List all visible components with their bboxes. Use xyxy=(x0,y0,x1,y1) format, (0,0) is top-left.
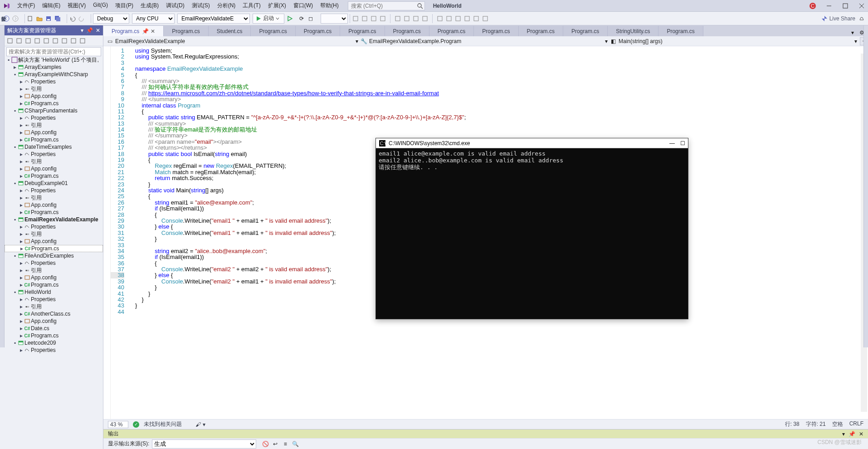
platform-select[interactable]: Any CPU xyxy=(132,14,175,24)
file-node[interactable]: ▸Properties xyxy=(5,114,103,122)
file-node[interactable]: ▸C#Program.cs xyxy=(5,172,103,180)
file-node[interactable]: ▸C#Program.cs xyxy=(5,136,103,143)
project-node[interactable]: ▪DebugExample01 xyxy=(5,180,103,187)
window-minimize-button[interactable] xyxy=(825,2,833,10)
file-node[interactable]: ▸Properties xyxy=(5,347,103,354)
console-titlebar[interactable]: C:\ C:\WINDOWS\system32\cmd.exe — ☐ xyxy=(376,138,688,148)
file-node[interactable]: ▸Properties xyxy=(5,187,103,194)
file-node[interactable]: ▸Properties xyxy=(5,223,103,230)
editor-tab[interactable]: Program.cs xyxy=(164,26,208,36)
toolbar-icon[interactable] xyxy=(352,15,359,22)
solution-search-input[interactable] xyxy=(6,47,101,56)
window-close-button[interactable] xyxy=(858,2,865,10)
menu-item[interactable]: 测试(S) xyxy=(188,2,214,10)
back-icon[interactable] xyxy=(3,15,10,22)
project-node[interactable]: ▪EmailRegexValidateExample xyxy=(5,216,103,223)
start-debug-button[interactable]: 启动 xyxy=(253,14,284,24)
start-without-debug-button[interactable] xyxy=(286,15,293,22)
pane-pin-icon[interactable]: 📌 xyxy=(86,27,93,34)
project-node[interactable]: ▪ArrayExampleWithCSharp xyxy=(5,71,103,78)
toolbar-icon[interactable] xyxy=(463,15,471,22)
file-node[interactable]: ▸▪▫引用 xyxy=(5,303,103,310)
toolbar-icon[interactable] xyxy=(482,15,489,22)
collapse-icon[interactable] xyxy=(24,37,32,44)
notify-icon[interactable] xyxy=(858,15,865,22)
file-node[interactable]: ▸C#Program.cs xyxy=(5,245,103,252)
open-icon[interactable] xyxy=(36,15,43,22)
editor-tab[interactable]: Program.cs📌✕ xyxy=(103,26,164,36)
toolbar-icon[interactable] xyxy=(445,15,453,22)
file-node[interactable]: ▸▪▫引用 xyxy=(5,267,103,274)
toolbar-icon[interactable] xyxy=(412,15,419,22)
menu-item[interactable]: 工具(T) xyxy=(239,2,264,10)
file-node[interactable]: ▸C#Program.cs xyxy=(5,281,103,288)
console-minimize-button[interactable]: — xyxy=(669,140,675,146)
window-maximize-button[interactable] xyxy=(842,2,849,10)
menu-item[interactable]: 扩展(X) xyxy=(264,2,290,10)
file-node[interactable]: ▸App.config xyxy=(5,274,103,281)
solution-tree[interactable]: ▪解决方案 'HelloWorld' (15 个项目,▸ArrayExample… xyxy=(5,56,103,449)
menu-item[interactable]: 帮助(H) xyxy=(317,2,342,10)
file-node[interactable]: ▸▪▫引用 xyxy=(5,158,103,165)
file-node[interactable]: ▸C#AnotherClass.cs xyxy=(5,310,103,317)
output-goto-icon[interactable]: ≡ xyxy=(282,440,289,448)
editor-tab[interactable]: Program.cs xyxy=(429,26,474,36)
file-node[interactable]: ▸C#Program.cs xyxy=(5,209,103,216)
console-maximize-button[interactable]: ☐ xyxy=(680,140,685,146)
toolbar-icon[interactable] xyxy=(454,15,462,22)
toolbar-icon[interactable] xyxy=(436,15,444,22)
project-node[interactable]: ▪HelloWorld xyxy=(5,288,103,296)
editor-tab[interactable]: Program.cs xyxy=(296,26,340,36)
file-node[interactable]: ▸▪▫引用 xyxy=(5,122,103,129)
menu-item[interactable]: 窗口(W) xyxy=(290,2,317,10)
toolbar-icon[interactable] xyxy=(473,15,480,22)
output-close-icon[interactable]: ✕ xyxy=(859,431,863,437)
pane-dropdown-icon[interactable]: ▾ xyxy=(81,27,83,34)
toolbar-icon[interactable] xyxy=(403,15,410,22)
menu-item[interactable]: 调试(D) xyxy=(162,2,188,10)
zoom-select[interactable]: 43 % xyxy=(108,421,128,428)
tabs-overflow-icon[interactable]: ▾ xyxy=(849,29,856,36)
output-source-select[interactable]: 生成 xyxy=(152,439,256,449)
save-icon[interactable] xyxy=(45,15,52,22)
preview-icon[interactable] xyxy=(52,37,59,44)
output-dropdown-icon[interactable]: ▾ xyxy=(842,431,845,437)
menu-item[interactable]: 视图(V) xyxy=(64,2,89,10)
editor-tab[interactable]: Program.cs xyxy=(474,26,518,36)
project-node[interactable]: ▪DateTimeExamples xyxy=(5,143,103,151)
properties-icon[interactable] xyxy=(43,37,50,44)
sync-icon[interactable] xyxy=(15,37,23,44)
file-node[interactable]: ▸App.config xyxy=(5,317,103,325)
stop-icon[interactable]: ◻ xyxy=(307,15,314,22)
menu-item[interactable]: 项目(P) xyxy=(112,2,137,10)
settings-icon[interactable] xyxy=(79,37,86,44)
menu-item[interactable]: 生成(B) xyxy=(137,2,162,10)
redo-icon[interactable] xyxy=(78,15,85,22)
file-node[interactable]: ▸C#Program.cs xyxy=(5,332,103,339)
menu-item[interactable]: Git(G) xyxy=(89,2,112,10)
editor-tab[interactable]: Program.cs xyxy=(385,26,429,36)
file-node[interactable]: ▸▪▫引用 xyxy=(5,230,103,238)
editor-tab[interactable]: StringUtility.cs xyxy=(608,26,658,36)
empty-select[interactable] xyxy=(321,14,348,24)
group-icon[interactable] xyxy=(61,37,68,44)
output-wrap-icon[interactable]: ↩ xyxy=(272,440,279,448)
feedback-icon[interactable]: C xyxy=(809,2,816,10)
pane-close-icon[interactable]: ✕ xyxy=(96,27,100,34)
save-all-icon[interactable] xyxy=(54,15,61,22)
editor-tab[interactable]: Program.cs xyxy=(658,26,703,36)
live-share-button[interactable]: Live Share xyxy=(821,15,855,22)
file-node[interactable]: ▸▪▫引用 xyxy=(5,85,103,93)
home-icon[interactable] xyxy=(6,37,14,44)
output-pin-icon[interactable]: 📌 xyxy=(848,431,855,437)
toolbar-icon[interactable] xyxy=(421,15,429,22)
file-node[interactable]: ▸App.config xyxy=(5,201,103,209)
forward-icon[interactable] xyxy=(12,15,19,22)
undo-icon[interactable] xyxy=(69,15,76,22)
startup-project-select[interactable]: EmailRegexValidateExample xyxy=(177,14,250,24)
solution-root[interactable]: ▪解决方案 'HelloWorld' (15 个项目, xyxy=(5,56,103,63)
menu-item[interactable]: 分析(N) xyxy=(214,2,239,10)
editor-tab[interactable]: Program.cs xyxy=(251,26,295,36)
file-node[interactable]: ▸Properties xyxy=(5,78,103,85)
project-node[interactable]: ▪Leetcode209 xyxy=(5,339,103,347)
